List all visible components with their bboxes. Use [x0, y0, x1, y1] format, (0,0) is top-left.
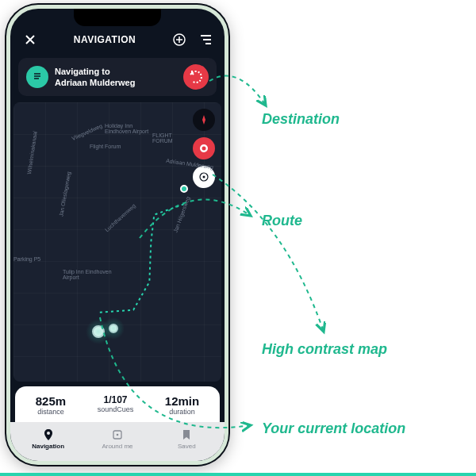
- menu-icon[interactable]: [196, 31, 213, 48]
- stop-navigation-button[interactable]: [183, 64, 209, 90]
- stat-duration: 12min duration: [165, 394, 199, 416]
- tab-navigation[interactable]: Navigation: [13, 428, 83, 450]
- waypoint-pin: [109, 324, 118, 333]
- stat-soundcues: 1/107 soundCues: [98, 394, 134, 416]
- destination-name: Adriaan Mulderweg: [55, 77, 135, 88]
- add-location-icon[interactable]: [171, 31, 188, 48]
- tab-around-me[interactable]: Around me: [83, 428, 152, 450]
- annotation-contrast: High contrast map: [262, 341, 387, 358]
- map-area[interactable]: Holiday InnEindhoven AirportFLIGHTFORUMV…: [13, 102, 221, 382]
- annotation-route: Route: [262, 213, 302, 229]
- destination-banner: Navigating to Adriaan Mulderweg: [18, 58, 217, 96]
- stat-distance: 825m distance: [36, 394, 66, 416]
- svg-point-6: [47, 432, 50, 435]
- notch: [74, 9, 161, 26]
- phone-frame: NAVIGATION Navigating to Adriaan Mulderw…: [6, 5, 228, 465]
- footer-accent-line: [0, 473, 476, 476]
- svg-point-8: [117, 434, 119, 436]
- annotation-location: Your current location: [262, 420, 405, 437]
- close-icon[interactable]: [21, 31, 39, 48]
- destination-pin: [180, 185, 188, 193]
- stats-bar: 825m distance 1/107 soundCues 12min dura…: [15, 386, 220, 422]
- destination-prefix: Navigating to: [55, 66, 135, 77]
- bottom-nav: Navigation Around me Saved: [10, 422, 225, 461]
- header-title: NAVIGATION: [74, 34, 136, 45]
- destination-icon: [26, 66, 48, 88]
- route-path: [13, 102, 221, 382]
- tab-saved[interactable]: Saved: [152, 428, 221, 450]
- annotation-destination: Destination: [262, 111, 340, 128]
